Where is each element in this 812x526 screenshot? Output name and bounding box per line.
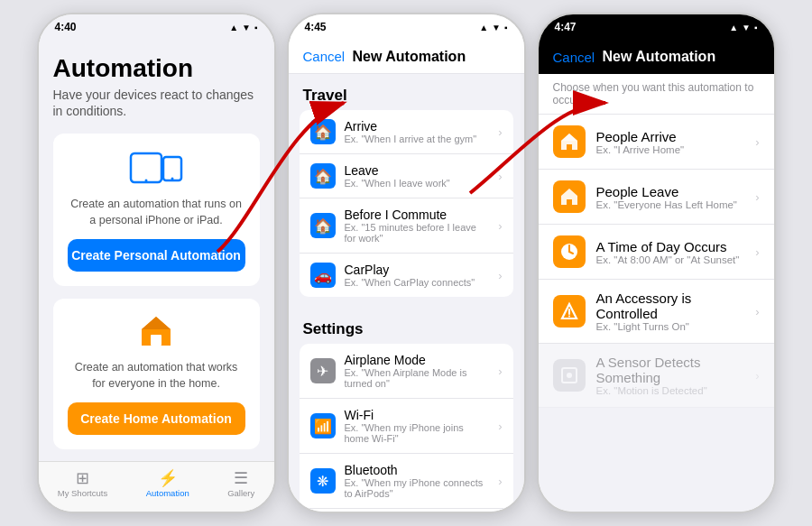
- status-bar-1: 4:40 ▲ ▼ ▪: [39, 14, 274, 40]
- page-subtitle-1: Have your devices react to changes in co…: [53, 87, 260, 119]
- list-item[interactable]: 🏠 Before I Commute Ex. "15 minutes befor…: [300, 198, 513, 254]
- svg-point-2: [145, 180, 148, 182]
- wifi-icon-2: ▼: [492, 23, 501, 32]
- shortcuts-tab-icon: ⊞: [76, 470, 89, 486]
- wifi-icon-1: ▼: [242, 23, 251, 32]
- arrive-icon: 🏠: [310, 119, 336, 144]
- bluetooth-sub: Ex. "When my iPhone connects to AirPods": [345, 477, 490, 499]
- list-item[interactable]: 🏠 Arrive Ex. "When I arrive at the gym" …: [300, 110, 513, 154]
- tab-gallery[interactable]: ☰ Gallery: [227, 470, 254, 498]
- svg-marker-9: [561, 134, 577, 141]
- chevron-icon: ›: [498, 125, 502, 139]
- battery-icon-2: ▪: [504, 23, 508, 32]
- personal-desc: Create an automation that runs on a pers…: [68, 197, 245, 228]
- list-item[interactable]: 📶 Wi-Fi Ex. "When my iPhone joins home W…: [300, 399, 513, 454]
- chevron-leave: ›: [755, 190, 759, 204]
- phone1-main: Automation Have your devices react to ch…: [39, 40, 274, 461]
- trigger-people-arrive[interactable]: People Arrive Ex. "I Arrive Home" ›: [539, 115, 774, 170]
- carplay-icon: 🚗: [310, 263, 336, 288]
- automation-tab-icon: ⚡: [158, 470, 178, 486]
- phones-container: 4:40 ▲ ▼ ▪ Automation Have your devices …: [37, 13, 776, 513]
- people-leave-sub: Ex. "Everyone Has Left Home": [596, 199, 745, 210]
- chevron-icon: ›: [498, 475, 502, 488]
- leave-title: Leave: [345, 163, 490, 178]
- nav-title-3: New Automation: [603, 49, 716, 65]
- airplane-title: Airplane Mode: [345, 353, 490, 367]
- trigger-people-leave[interactable]: People Leave Ex. "Everyone Has Left Home…: [539, 170, 774, 225]
- wifi-title: Wi-Fi: [345, 408, 490, 422]
- personal-card: Create an automation that runs on a pers…: [53, 134, 260, 286]
- status-icons-2: ▲ ▼ ▪: [479, 23, 507, 32]
- chevron-accessory: ›: [755, 305, 759, 318]
- list-item[interactable]: 🌙 Do Not Disturb Ex. "When Do Not Distur…: [300, 509, 513, 512]
- page-title-1: Automation: [53, 54, 260, 83]
- signal-icon-2: ▲: [479, 23, 488, 32]
- phone-3: 4:47 ▲ ▼ ▪ Cancel New Automation Choose …: [537, 13, 776, 513]
- battery-icon-3: ▪: [754, 23, 758, 32]
- section-travel: Travel: [289, 74, 524, 110]
- tab-shortcuts[interactable]: ⊞ My Shortcuts: [58, 470, 107, 498]
- arrive-sub: Ex. "When I arrive at the gym": [345, 134, 490, 144]
- airplane-sub: Ex. "When Airplane Mode is turned on": [345, 367, 490, 389]
- people-arrive-sub: Ex. "I Arrive Home": [596, 144, 745, 155]
- trigger-accessory[interactable]: An Accessory is Controlled Ex. "Light Tu…: [539, 280, 774, 344]
- time-3: 4:47: [555, 21, 577, 33]
- home-card: Create an automation that works for ever…: [53, 299, 260, 449]
- sensor-icon: [553, 359, 586, 392]
- chevron-icon: ›: [498, 219, 502, 233]
- phone3-nav: Cancel New Automation: [539, 40, 774, 74]
- phone2-nav: Cancel New Automation: [289, 40, 524, 74]
- airplane-text: Airplane Mode Ex. "When Airplane Mode is…: [345, 353, 490, 389]
- carplay-sub: Ex. "When CarPlay connects": [345, 277, 490, 288]
- chevron-icon: ›: [498, 420, 502, 433]
- bluetooth-text: Bluetooth Ex. "When my iPhone connects t…: [345, 463, 490, 499]
- accessory-text: An Accessory is Controlled Ex. "Light Tu…: [596, 291, 745, 332]
- status-icons-3: ▲ ▼ ▪: [729, 23, 757, 32]
- phone2-scroll: Travel 🏠 Arrive Ex. "When I arrive at th…: [289, 74, 524, 512]
- time-1: 4:40: [55, 21, 77, 33]
- commute-text: Before I Commute Ex. "15 minutes before …: [345, 208, 490, 244]
- home-desc: Create an automation that works for ever…: [68, 360, 245, 392]
- leave-text: Leave Ex. "When I leave work": [345, 163, 490, 189]
- battery-icon-1: ▪: [254, 23, 258, 32]
- chevron-icon: ›: [498, 170, 502, 183]
- list-item[interactable]: ❋ Bluetooth Ex. "When my iPhone connects…: [300, 454, 513, 509]
- accessory-icon: [553, 295, 586, 328]
- time-of-day-text: A Time of Day Occurs Ex. "At 8:00 AM" or…: [596, 239, 745, 265]
- people-arrive-icon: [553, 125, 586, 158]
- svg-marker-6: [142, 317, 171, 329]
- status-bar-3: 4:47 ▲ ▼ ▪: [539, 14, 774, 40]
- svg-rect-11: [567, 199, 572, 205]
- carplay-text: CarPlay Ex. "When CarPlay connects": [345, 263, 490, 288]
- list-item[interactable]: 🚗 CarPlay Ex. "When CarPlay connects" ›: [300, 254, 513, 297]
- commute-icon: 🏠: [310, 213, 336, 238]
- svg-point-3: [171, 178, 174, 180]
- nav-cancel-2[interactable]: Cancel: [303, 49, 346, 64]
- create-home-button[interactable]: Create Home Automation: [68, 402, 245, 435]
- leave-sub: Ex. "When I leave work": [345, 178, 490, 189]
- arrive-title: Arrive: [345, 119, 490, 134]
- tab-automation[interactable]: ⚡ Automation: [146, 470, 189, 498]
- accessory-sub: Ex. "Light Turns On": [596, 321, 745, 332]
- wifi-text: Wi-Fi Ex. "When my iPhone joins home Wi-…: [345, 408, 490, 444]
- phone-1: 4:40 ▲ ▼ ▪ Automation Have your devices …: [37, 13, 276, 513]
- section-settings: Settings: [289, 308, 524, 344]
- phone1-content: Automation Have your devices react to ch…: [39, 40, 274, 512]
- wifi-icon-3: ▼: [742, 23, 751, 32]
- people-leave-title: People Leave: [596, 184, 745, 199]
- people-leave-icon: [553, 180, 586, 213]
- create-personal-button[interactable]: Create Personal Automation: [68, 239, 245, 272]
- carplay-title: CarPlay: [345, 263, 490, 277]
- arrive-text: Arrive Ex. "When I arrive at the gym": [345, 119, 490, 144]
- automation-tab-label: Automation: [146, 488, 189, 498]
- sensor-text: A Sensor Detects Something Ex. "Motion i…: [596, 355, 745, 396]
- gallery-tab-label: Gallery: [227, 488, 254, 498]
- list-item[interactable]: 🏠 Leave Ex. "When I leave work" ›: [300, 154, 513, 198]
- list-item[interactable]: ✈ Airplane Mode Ex. "When Airplane Mode …: [300, 344, 513, 399]
- sensor-title: A Sensor Detects Something: [596, 355, 745, 385]
- travel-list: 🏠 Arrive Ex. "When I arrive at the gym" …: [300, 110, 513, 297]
- trigger-time-of-day[interactable]: A Time of Day Occurs Ex. "At 8:00 AM" or…: [539, 225, 774, 280]
- time-of-day-sub: Ex. "At 8:00 AM" or "At Sunset": [596, 254, 745, 265]
- wifi-sub: Ex. "When my iPhone joins home Wi-Fi": [345, 422, 490, 444]
- nav-cancel-3[interactable]: Cancel: [553, 50, 595, 65]
